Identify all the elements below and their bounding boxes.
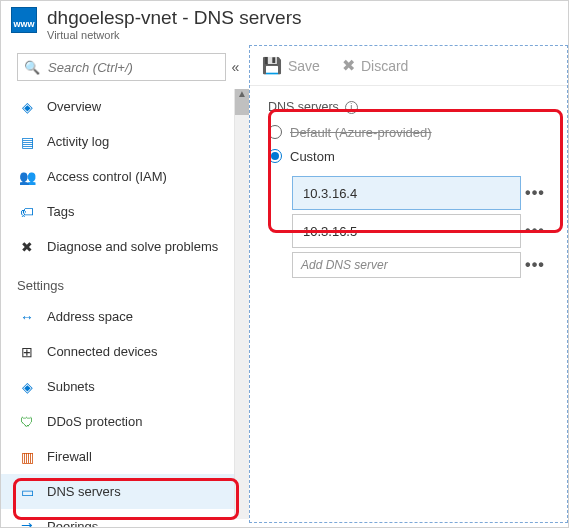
nav-label: Diagnose and solve problems <box>47 239 225 254</box>
sidebar-item-connected-devices[interactable]: ⊞Connected devices <box>1 334 235 369</box>
sidebar-item-subnets[interactable]: ◈Subnets <box>1 369 235 404</box>
radio-unchecked-icon <box>268 125 282 139</box>
nav-icon: 👥 <box>17 168 37 186</box>
nav-label: Access control (IAM) <box>47 169 225 184</box>
dns-server-input[interactable]: 10.3.16.5 <box>292 214 521 248</box>
dns-server-add-row: Add DNS server••• <box>292 252 549 278</box>
radio-default-label: Default (Azure-provided) <box>290 125 432 140</box>
nav-icon: ◈ <box>17 98 37 116</box>
nav-label: Tags <box>47 204 225 219</box>
radio-custom-label: Custom <box>290 149 335 164</box>
nav-label: Activity log <box>47 134 225 149</box>
nav-icon: ↔ <box>17 308 37 326</box>
nav-label: Connected devices <box>47 344 225 359</box>
nav-icon: ▤ <box>17 133 37 151</box>
nav-label: Firewall <box>47 449 225 464</box>
nav-label: DNS servers <box>47 484 225 499</box>
sidebar-search[interactable]: 🔍 <box>17 53 226 81</box>
dns-server-row: 10.3.16.5••• <box>292 214 549 248</box>
sidebar-item-ddos-protection[interactable]: 🛡DDoS protection <box>1 404 235 439</box>
nav-icon: ✖ <box>17 238 37 256</box>
sidebar-item-firewall[interactable]: ▥Firewall <box>1 439 235 474</box>
sidebar-item-diagnose-and-solve-problems[interactable]: ✖Diagnose and solve problems <box>1 229 235 264</box>
dns-server-add-more-button[interactable]: ••• <box>521 256 549 274</box>
sidebar-collapse-button[interactable]: « <box>230 59 241 75</box>
nav-icon: 🏷 <box>17 203 37 221</box>
dns-server-more-button[interactable]: ••• <box>521 184 549 202</box>
discard-icon: ✖ <box>342 56 355 75</box>
sidebar-item-dns-servers[interactable]: ▭DNS servers <box>1 474 235 509</box>
nav-icon: ▥ <box>17 448 37 466</box>
sidebar-item-activity-log[interactable]: ▤Activity log <box>1 124 235 159</box>
sidebar-item-peerings[interactable]: ⇄Peerings <box>1 509 235 528</box>
nav-icon: ⊞ <box>17 343 37 361</box>
nav-label: Peerings <box>47 519 225 528</box>
dns-server-more-button[interactable]: ••• <box>521 222 549 240</box>
save-button[interactable]: 💾 Save <box>262 56 320 75</box>
sidebar-search-input[interactable] <box>46 59 219 76</box>
sidebar-scrollbar[interactable] <box>235 89 249 115</box>
info-icon[interactable]: i <box>345 101 358 114</box>
dns-server-add-input[interactable]: Add DNS server <box>292 252 521 278</box>
radio-default-azure[interactable]: Default (Azure-provided) <box>268 120 549 144</box>
dns-server-row: 10.3.16.4••• <box>292 176 549 210</box>
dns-server-input[interactable]: 10.3.16.4 <box>292 176 521 210</box>
vnet-resource-icon: www <box>11 7 37 33</box>
nav-icon: ◈ <box>17 378 37 396</box>
nav-icon: ⇄ <box>17 518 37 529</box>
sidebar-item-overview[interactable]: ◈Overview <box>1 89 235 124</box>
dns-servers-label: DNS servers <box>268 100 339 114</box>
nav-icon: ▭ <box>17 483 37 501</box>
radio-custom[interactable]: Custom <box>268 144 549 168</box>
page-title: dhgoelesp-vnet - DNS servers <box>47 7 302 29</box>
nav-label: Subnets <box>47 379 225 394</box>
discard-button[interactable]: ✖ Discard <box>342 56 408 75</box>
sidebar-item-address-space[interactable]: ↔Address space <box>1 299 235 334</box>
search-icon: 🔍 <box>24 60 40 75</box>
nav-label: DDoS protection <box>47 414 225 429</box>
save-button-label: Save <box>288 58 320 74</box>
save-icon: 💾 <box>262 56 282 75</box>
sidebar-item-access-control-iam-[interactable]: 👥Access control (IAM) <box>1 159 235 194</box>
sidebar-section-settings: Settings <box>1 264 235 299</box>
nav-label: Overview <box>47 99 225 114</box>
nav-icon: 🛡 <box>17 413 37 431</box>
radio-checked-icon <box>268 149 282 163</box>
discard-button-label: Discard <box>361 58 408 74</box>
nav-label: Address space <box>47 309 225 324</box>
resource-type-label: Virtual network <box>47 29 302 41</box>
sidebar-item-tags[interactable]: 🏷Tags <box>1 194 235 229</box>
